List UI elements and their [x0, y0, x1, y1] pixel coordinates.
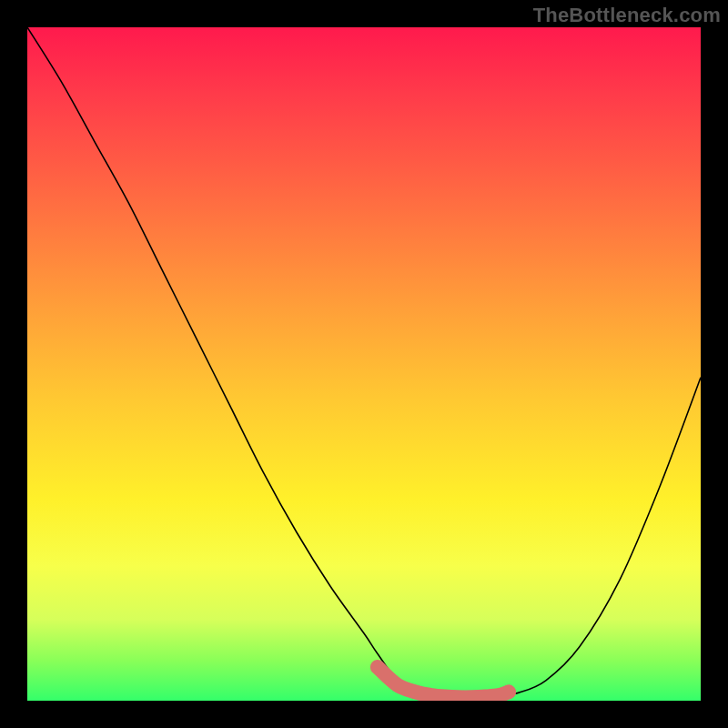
chart-frame: [27, 27, 701, 701]
plot-area: [27, 27, 701, 701]
series-curve-main: [27, 27, 701, 697]
series-marker-band: [378, 667, 509, 697]
watermark-text: TheBottleneck.com: [533, 4, 721, 27]
chart-svg: [27, 27, 701, 701]
